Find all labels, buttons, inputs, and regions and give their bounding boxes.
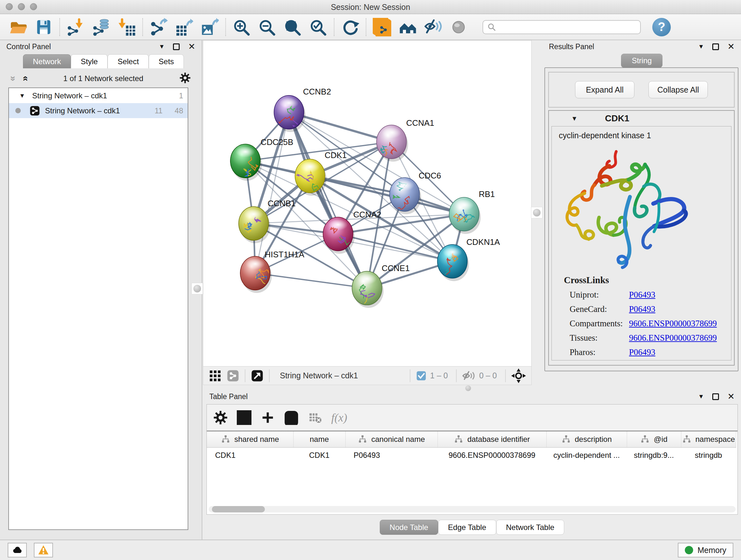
results-panel-close-icon[interactable]: ✕ [727, 43, 735, 51]
help-button[interactable]: ? [652, 18, 671, 37]
gene-caret-icon[interactable]: ▼ [571, 115, 578, 122]
export-table-button[interactable] [173, 17, 195, 37]
table-cell[interactable]: stringdb [681, 447, 736, 463]
center-view-button[interactable] [511, 368, 526, 383]
results-panel-collapse-icon[interactable]: ▼ [698, 43, 704, 50]
canvas-results-splitter[interactable] [532, 40, 542, 390]
table-horizontal-scrollbar[interactable] [209, 506, 736, 512]
canvas-table-splitter[interactable] [203, 385, 532, 390]
search-box[interactable] [482, 20, 641, 34]
table-cell[interactable]: CDK1 [207, 447, 293, 463]
table-cell[interactable]: CDK1 [293, 447, 345, 463]
crosslink-value-link[interactable]: P06493 [629, 290, 656, 300]
tab-select[interactable]: Select [108, 54, 149, 68]
network-collection-row[interactable]: ▼ String Network – cdk1 1 [9, 88, 188, 103]
network-view-mode-button[interactable] [226, 369, 240, 382]
crosslink-value-link[interactable]: 9606.ENSP00000378699 [629, 333, 717, 343]
network-graph[interactable]: CCNB2CCNA1CDC25BCDK1CDC6RB1CCNB1CCNA2CDK… [203, 41, 531, 366]
column-header-sharedname[interactable]: shared name [207, 431, 293, 447]
column-header-canonicalname[interactable]: canonical name [345, 431, 437, 447]
function-builder-button[interactable]: f(x) [331, 411, 347, 424]
collapse-all-networks-icon[interactable]: » [20, 76, 29, 81]
table-cell[interactable]: cyclin-dependent ... [546, 447, 627, 463]
collapse-all-button[interactable]: Collapse All [649, 81, 708, 98]
import-network-button[interactable] [64, 17, 87, 37]
network-node-ccnb2[interactable]: CCNB2 [274, 87, 331, 135]
tab-network[interactable]: Network [23, 54, 71, 68]
network-row[interactable]: String Network – cdk1 11 48 [9, 103, 188, 118]
table-options-button[interactable] [213, 410, 228, 425]
delete-table-button[interactable] [308, 410, 322, 425]
network-node-cdc6[interactable]: CDC6 [390, 171, 441, 214]
expand-all-button[interactable]: Expand All [575, 81, 634, 98]
network-node-cdkn1a[interactable]: CDKN1A [437, 238, 500, 282]
zoom-out-button[interactable] [256, 17, 278, 37]
table-panel-close-icon[interactable]: ✕ [727, 392, 735, 401]
export-network-button[interactable] [147, 17, 170, 37]
gene-section-header[interactable]: ▼ CDK1 [549, 111, 734, 126]
table-panel-collapse-icon[interactable]: ▼ [698, 393, 704, 400]
tab-sets[interactable]: Sets [149, 54, 184, 68]
results-panel-float-icon[interactable] [712, 44, 719, 50]
crosslink-value-link[interactable]: 9606.ENSP00000378699 [629, 319, 717, 328]
refresh-button[interactable] [339, 17, 361, 37]
hidden-eye-icon[interactable] [462, 369, 476, 383]
expand-all-networks-icon[interactable]: » [9, 76, 18, 81]
open-session-button[interactable] [7, 17, 29, 37]
tab-edge-table[interactable]: Edge Table [438, 520, 496, 535]
save-session-button[interactable] [32, 17, 55, 37]
column-header-namespace[interactable]: namespace [681, 431, 736, 447]
search-input[interactable] [499, 22, 636, 32]
zoom-in-button[interactable] [230, 17, 253, 37]
tab-node-table[interactable]: Node Table [380, 520, 438, 535]
network-node-ccnb1[interactable]: CCNB1 [239, 199, 296, 243]
network-edge[interactable] [255, 273, 367, 288]
network-options-button[interactable] [179, 72, 191, 85]
warnings-button[interactable] [34, 543, 53, 557]
copy-network-button[interactable] [371, 17, 393, 37]
network-node-ccna1[interactable]: CCNA1 [375, 118, 434, 162]
collection-caret-icon[interactable]: ▼ [19, 92, 25, 99]
network-edge[interactable] [255, 112, 289, 273]
network-node-hist1h1a[interactable]: HIST1H1A [240, 250, 305, 293]
string-home-button[interactable] [396, 17, 419, 37]
network-node-rb1[interactable]: RB1 [449, 190, 495, 234]
crosslink-value-link[interactable]: P06493 [629, 304, 656, 314]
export-image-button[interactable] [199, 17, 221, 37]
zoom-selected-button[interactable] [307, 17, 329, 37]
selected-checkbox-icon[interactable] [415, 370, 427, 381]
control-panel-float-icon[interactable] [173, 44, 180, 50]
cloud-button[interactable] [8, 543, 27, 557]
hide-selected-button[interactable] [422, 17, 444, 37]
table-cell[interactable]: P06493 [345, 447, 437, 463]
show-columns-button[interactable] [237, 410, 252, 425]
panel-splitter-handle[interactable] [192, 283, 203, 294]
column-header-id[interactable]: @id [627, 431, 681, 447]
crosslink-value-link[interactable]: P06493 [629, 348, 656, 357]
network-edge[interactable] [289, 112, 367, 288]
import-database-button[interactable] [90, 17, 112, 37]
node-table[interactable]: shared namenamecanonical namedatabase id… [207, 431, 738, 514]
control-panel-collapse-icon[interactable]: ▼ [159, 43, 165, 50]
import-table-button[interactable] [116, 17, 138, 37]
table-cell[interactable]: 9606.ENSP00000378699 [437, 447, 546, 463]
add-column-button[interactable] [260, 410, 275, 425]
network-node-ccne1[interactable]: CCNE1 [352, 264, 410, 308]
show-graphics-button[interactable] [448, 17, 470, 37]
table-row[interactable]: CDK1CDK1P064939606.ENSP00000378699cyclin… [207, 447, 736, 463]
tab-network-table[interactable]: Network Table [496, 520, 564, 535]
tab-style[interactable]: Style [71, 54, 108, 68]
column-header-databaseidentifier[interactable]: database identifier [437, 431, 546, 447]
zoom-fit-button[interactable] [281, 17, 304, 37]
column-header-description[interactable]: description [546, 431, 627, 447]
memory-button[interactable]: Memory [678, 543, 733, 557]
scrollbar-thumb[interactable] [212, 506, 265, 512]
column-header-name[interactable]: name [293, 431, 345, 447]
grid-view-button[interactable] [208, 369, 222, 382]
control-panel-close-icon[interactable]: ✕ [188, 43, 195, 51]
tab-string[interactable]: String [621, 54, 663, 68]
network-canvas[interactable]: CCNB2CCNA1CDC25BCDK1CDC6RB1CCNB1CCNA2CDK… [203, 40, 532, 367]
delete-column-button[interactable] [284, 410, 299, 425]
table-panel-float-icon[interactable] [712, 393, 719, 400]
birdseye-view-button[interactable] [251, 369, 264, 382]
